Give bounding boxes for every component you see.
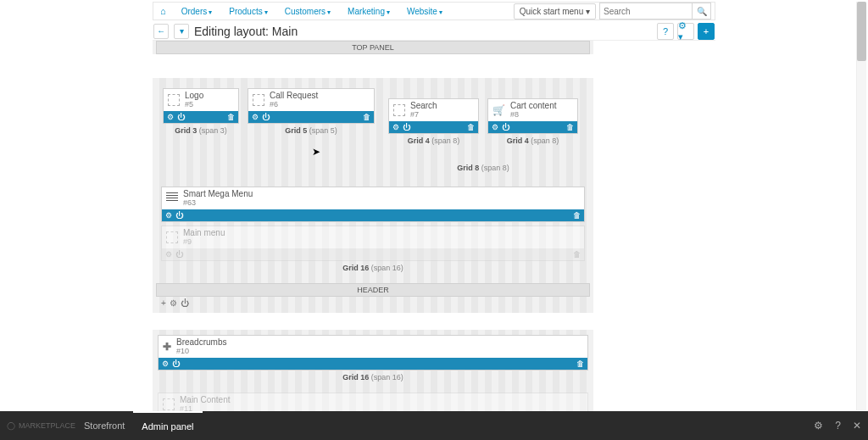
- placeholder-icon: [166, 231, 178, 243]
- search-input[interactable]: [599, 3, 693, 19]
- grid-label: Grid 16 (span 16): [158, 370, 588, 384]
- trash-icon[interactable]: 🗑: [566, 123, 574, 131]
- layout-canvas: TOP PANEL Logo #5 ⚙⏻ 🗑: [153, 41, 593, 411]
- block-label: Main menu: [183, 229, 225, 237]
- block-id: #9: [183, 237, 225, 246]
- grid-label: Grid 16 (span 16): [161, 261, 585, 275]
- back-dropdown[interactable]: ▾: [174, 24, 189, 39]
- power-icon[interactable]: ⏻: [181, 298, 189, 308]
- power-icon[interactable]: ⏻: [175, 211, 183, 220]
- block-id: #11: [180, 404, 230, 411]
- search-button[interactable]: 🔍: [693, 3, 711, 19]
- block-search[interactable]: Search #7 ⚙⏻ 🗑: [388, 98, 479, 134]
- tab-admin-panel[interactable]: Admin panel: [133, 411, 202, 440]
- nav-products[interactable]: Products▾: [220, 3, 275, 19]
- block-label: Logo: [185, 92, 203, 100]
- block-main-content[interactable]: Main Content #11: [158, 393, 588, 411]
- cart-icon: 🛒: [492, 104, 505, 116]
- nav-website[interactable]: Website▾: [398, 3, 451, 19]
- block-call-request[interactable]: Call Request #6 ⚙⏻ 🗑: [248, 88, 375, 124]
- power-icon[interactable]: ⏻: [175, 250, 183, 259]
- help-icon[interactable]: ?: [835, 420, 841, 432]
- gear-icon[interactable]: ⚙: [167, 113, 174, 121]
- gear-icon[interactable]: ⚙: [165, 211, 172, 220]
- block-label: Search: [410, 102, 437, 110]
- scrollbar[interactable]: [856, 2, 866, 410]
- help-button[interactable]: ?: [657, 23, 674, 40]
- trash-icon[interactable]: 🗑: [576, 359, 584, 368]
- block-id: #7: [410, 110, 437, 119]
- block-breadcrumbs[interactable]: ✚ Breadcrumbs #10 ⚙⏻ 🗑: [158, 335, 588, 370]
- block-label: Main Content: [180, 396, 230, 404]
- add-button[interactable]: +: [698, 23, 715, 40]
- home-icon[interactable]: ⌂: [153, 3, 173, 19]
- grid-label: Grid 8 (span 8): [388, 161, 578, 175]
- scrollbar-thumb[interactable]: [857, 2, 866, 61]
- block-label: Breadcrumbs: [176, 338, 226, 347]
- block-logo[interactable]: Logo #5 ⚙⏻ 🗑: [163, 88, 239, 124]
- gear-icon[interactable]: ⚙: [492, 123, 498, 131]
- nav-customers[interactable]: Customers▾: [276, 3, 339, 19]
- footer-bar: ◯MARKETPLACE Storefront Admin panel ⚙ ? …: [0, 411, 868, 440]
- gear-icon[interactable]: ⚙: [392, 123, 399, 131]
- grid-label: Grid 3 (span 3): [163, 124, 239, 137]
- block-id: #63: [183, 198, 253, 207]
- block-id: #5: [185, 100, 203, 109]
- power-icon[interactable]: ⏻: [177, 113, 185, 121]
- block-label: Cart content: [510, 102, 556, 110]
- close-icon[interactable]: ✕: [853, 420, 861, 432]
- trash-icon[interactable]: 🗑: [363, 113, 370, 121]
- gear-icon[interactable]: ⚙: [170, 298, 177, 308]
- power-icon[interactable]: ⏻: [172, 359, 180, 368]
- trash-icon[interactable]: 🗑: [467, 123, 475, 131]
- page-title: Editing layout: Main: [194, 25, 298, 38]
- gear-icon[interactable]: ⚙: [814, 420, 823, 432]
- nav-right: Quick start menu ▾ 🔍: [514, 3, 715, 19]
- add-grid-icon[interactable]: +: [161, 298, 166, 308]
- placeholder-icon: [163, 398, 175, 410]
- placeholder-icon: [253, 94, 264, 106]
- nav-left: ⌂ Orders▾ Products▾ Customers▾ Marketing…: [153, 3, 451, 19]
- settings-button[interactable]: ⚙ ▾: [677, 23, 694, 40]
- power-icon[interactable]: ⏻: [262, 113, 270, 121]
- block-id: #6: [270, 100, 318, 109]
- quick-start-button[interactable]: Quick start menu ▾: [514, 3, 596, 19]
- block-label: Smart Mega Menu: [183, 190, 253, 198]
- brand-badge: ◯MARKETPLACE: [7, 421, 75, 430]
- nav-marketing[interactable]: Marketing▾: [339, 3, 398, 19]
- grid-label: Grid 4 (span 8): [388, 134, 479, 148]
- tab-storefront[interactable]: Storefront: [75, 412, 133, 439]
- gear-icon[interactable]: ⚙: [165, 250, 172, 259]
- placeholder-icon: [168, 94, 180, 106]
- block-label: Call Request: [270, 92, 318, 100]
- gear-icon[interactable]: ⚙: [162, 359, 169, 368]
- gear-icon[interactable]: ⚙: [252, 113, 259, 121]
- placeholder-icon: [393, 104, 405, 116]
- breadcrumbs-icon: ✚: [163, 341, 171, 353]
- menu-icon: [166, 192, 178, 204]
- back-button[interactable]: ←: [153, 24, 169, 39]
- nav-orders[interactable]: Orders▾: [173, 3, 221, 19]
- power-icon[interactable]: ⏻: [403, 123, 410, 131]
- block-cart[interactable]: 🛒 Cart content #8 ⚙⏻ 🗑: [487, 98, 578, 134]
- sub-header: ← ▾ Editing layout: Main ? ⚙ ▾ +: [153, 22, 715, 41]
- search-box: 🔍: [599, 3, 711, 19]
- block-main-menu-disabled[interactable]: Main menu #9 ⚙⏻ 🗑: [161, 226, 585, 261]
- block-smart-mega-menu[interactable]: Smart Mega Menu #63 ⚙⏻ 🗑: [161, 187, 585, 222]
- power-icon[interactable]: ⏻: [502, 123, 509, 131]
- trash-icon[interactable]: 🗑: [227, 113, 235, 121]
- grid-label: Grid 4 (span 8): [487, 134, 578, 148]
- grid-label: Grid 5 (span 5): [248, 124, 375, 137]
- trash-icon[interactable]: 🗑: [573, 250, 581, 259]
- top-nav: ⌂ Orders▾ Products▾ Customers▾ Marketing…: [153, 2, 715, 20]
- section-controls: + ⚙ ⏻: [156, 297, 590, 309]
- section-header: HEADER: [156, 283, 590, 297]
- block-id: #8: [510, 110, 556, 119]
- section-top-panel: TOP PANEL: [156, 41, 590, 54]
- block-id: #10: [176, 347, 226, 355]
- trash-icon[interactable]: 🗑: [573, 211, 581, 220]
